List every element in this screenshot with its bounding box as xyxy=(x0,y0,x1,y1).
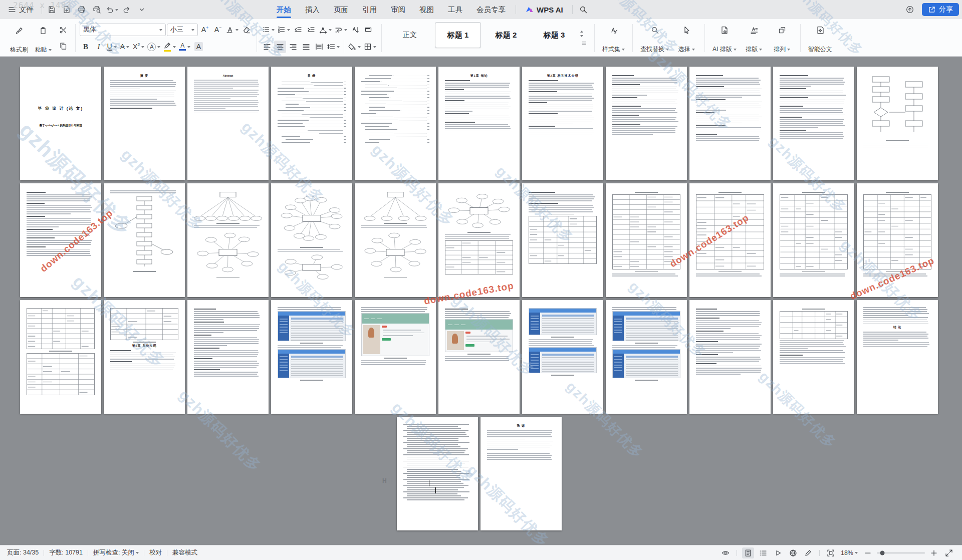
page-thumbnail-3[interactable]: Abstract xyxy=(187,67,269,180)
numbered-list-button[interactable] xyxy=(277,24,291,36)
ai-typeset-button[interactable]: AI 排版 xyxy=(709,21,740,55)
page-thumbnail-20[interactable] xyxy=(689,183,771,297)
document-area[interactable]: 毕 业 设 计 (论 文)基于springboot 的系统设计与实现摘 要Abs… xyxy=(0,57,962,545)
print-preview-button[interactable] xyxy=(90,3,103,16)
eye-protection-button[interactable] xyxy=(719,547,732,558)
page-thumbnail-14[interactable] xyxy=(187,183,269,297)
status-proofread-button[interactable]: 校对 xyxy=(149,548,162,557)
typeset-button[interactable]: 排版 xyxy=(740,21,768,55)
cut-button[interactable] xyxy=(57,24,69,36)
page-thumbnail-25[interactable] xyxy=(187,300,269,414)
page-thumbnail-10[interactable] xyxy=(773,67,854,180)
bold-button[interactable]: B xyxy=(80,41,92,53)
shading-button[interactable] xyxy=(347,41,362,53)
zoom-slider[interactable] xyxy=(877,552,925,553)
page-thumbnail-11[interactable] xyxy=(857,67,938,180)
italic-button[interactable]: I xyxy=(93,41,105,53)
underline-button[interactable]: U xyxy=(106,41,118,53)
page-thumbnail-4[interactable]: 目 录 xyxy=(271,67,352,180)
text-direction-button[interactable] xyxy=(334,24,348,36)
character-border-button[interactable]: A xyxy=(146,41,161,53)
align-center-button[interactable] xyxy=(274,41,286,53)
status-spellcheck[interactable]: 拼写检查: 关闭 xyxy=(93,548,139,557)
web-layout-button[interactable] xyxy=(787,547,799,558)
ink-edit-button[interactable] xyxy=(802,547,814,558)
page-thumbnail-5[interactable] xyxy=(355,67,436,180)
tab-stops-button[interactable] xyxy=(362,24,374,36)
bullet-list-button[interactable] xyxy=(261,24,276,36)
page-thumbnail-34[interactable] xyxy=(397,417,478,530)
page-thumbnail-31[interactable] xyxy=(689,300,771,414)
page-thumbnail-18[interactable] xyxy=(522,183,603,297)
fit-page-button[interactable] xyxy=(943,547,955,558)
page-thumbnail-6[interactable]: 第1章 绪论 xyxy=(438,67,520,180)
status-page-indicator[interactable]: 页面: 34/35 xyxy=(7,548,39,557)
styles-gallery-scroll[interactable] xyxy=(578,21,590,55)
superscript-button[interactable]: X2 xyxy=(132,41,145,53)
page-thumbnail-22[interactable] xyxy=(857,183,938,297)
align-left-button[interactable] xyxy=(261,41,273,53)
zoom-out-button[interactable] xyxy=(862,547,874,558)
page-thumbnail-12[interactable] xyxy=(20,183,101,297)
page-thumbnail-15[interactable] xyxy=(271,183,352,297)
find-replace-button[interactable]: 查找替换 xyxy=(637,21,672,55)
page-thumbnail-17[interactable] xyxy=(438,183,520,297)
tab-页面[interactable]: 页面 xyxy=(327,0,355,19)
cloud-sync-button[interactable] xyxy=(903,3,917,17)
paste-button[interactable]: 粘贴 xyxy=(31,21,55,55)
page-thumbnail-1[interactable]: 毕 业 设 计 (论 文)基于springboot 的系统设计与实现 xyxy=(20,67,101,180)
font-color-button[interactable]: A xyxy=(178,41,191,53)
copy-button[interactable] xyxy=(57,40,69,52)
print-button[interactable] xyxy=(75,3,88,16)
page-thumbnail-32[interactable] xyxy=(773,300,854,414)
page-thumbnail-21[interactable] xyxy=(773,183,854,297)
arrange-button[interactable]: 排列 xyxy=(768,21,796,55)
page-thumbnail-2[interactable]: 摘 要 xyxy=(104,67,185,180)
page-thumbnail-30[interactable] xyxy=(606,300,687,414)
character-scale-button[interactable] xyxy=(318,24,333,36)
tab-审阅[interactable]: 审阅 xyxy=(384,0,412,19)
page-thumbnail-26[interactable] xyxy=(271,300,352,414)
page-thumbnail-7[interactable]: 第2章 相关技术介绍 xyxy=(522,67,603,180)
page-thumbnail-33[interactable]: 结 论 xyxy=(857,300,938,414)
increase-font-button[interactable]: A+ xyxy=(199,24,211,36)
text-effects-button[interactable] xyxy=(225,24,239,36)
object-drag-handle[interactable]: H xyxy=(382,477,393,484)
outline-view-button[interactable] xyxy=(757,547,769,558)
distribute-button[interactable] xyxy=(313,41,325,53)
wps-ai-button[interactable]: WPS AI xyxy=(519,6,569,14)
style-set-button[interactable]: 样式集 xyxy=(599,21,628,55)
page-thumbnail-23[interactable] xyxy=(20,300,101,414)
justify-button[interactable] xyxy=(300,41,312,53)
page-thumbnail-19[interactable] xyxy=(606,183,687,297)
tab-会员专享[interactable]: 会员专享 xyxy=(469,0,513,19)
zoom-level-select[interactable]: 18% xyxy=(841,549,858,556)
page-thumbnail-28[interactable] xyxy=(438,300,520,414)
character-shading-button[interactable]: A xyxy=(192,41,204,53)
increase-indent-button[interactable] xyxy=(305,24,317,36)
clear-format-button[interactable] xyxy=(241,24,253,36)
share-button[interactable]: 分享 xyxy=(922,3,959,16)
decrease-indent-button[interactable] xyxy=(292,24,304,36)
font-size-select[interactable]: 小三 xyxy=(167,24,198,36)
tab-视图[interactable]: 视图 xyxy=(412,0,441,19)
redo-button[interactable] xyxy=(120,3,133,16)
page-thumbnail-8[interactable] xyxy=(606,67,687,180)
align-right-button[interactable] xyxy=(287,41,299,53)
page-thumbnail-16[interactable] xyxy=(355,183,436,297)
page-thumbnail-13[interactable] xyxy=(104,183,185,297)
select-button[interactable]: 选择 xyxy=(672,21,700,55)
smart-doc-button[interactable]: 智能公文 xyxy=(805,21,836,55)
strikethrough-button[interactable]: A xyxy=(119,41,131,53)
tab-工具[interactable]: 工具 xyxy=(441,0,469,19)
zoom-in-button[interactable] xyxy=(928,547,940,558)
tab-插入[interactable]: 插入 xyxy=(298,0,327,19)
style-item-标题 2[interactable]: 标题 2 xyxy=(483,22,529,48)
customize-toolbar-button[interactable] xyxy=(135,3,148,16)
page-thumbnail-29[interactable] xyxy=(522,300,603,414)
format-painter-button[interactable]: 格式刷 xyxy=(7,21,31,55)
page-thumbnail-27[interactable] xyxy=(355,300,436,414)
borders-button[interactable] xyxy=(363,41,377,53)
style-item-标题 1[interactable]: 标题 1 xyxy=(435,22,481,48)
sort-button[interactable] xyxy=(349,24,361,36)
